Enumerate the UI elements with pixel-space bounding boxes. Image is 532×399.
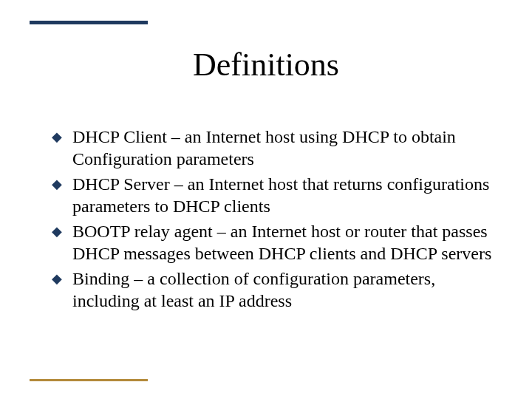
list-item-text: Binding – a collection of configuration …: [72, 267, 495, 312]
diamond-bullet-icon: ◆: [52, 267, 72, 290]
bullet-list: ◆ DHCP Client – an Internet host using D…: [52, 126, 495, 315]
list-item: ◆ DHCP Server – an Internet host that re…: [52, 173, 495, 217]
list-item-text: DHCP Server – an Internet host that retu…: [72, 173, 495, 217]
top-accent-rule: [30, 21, 148, 24]
list-item-text: BOOTP relay agent – an Internet host or …: [72, 220, 495, 265]
list-item: ◆ Binding – a collection of configuratio…: [52, 267, 495, 312]
diamond-bullet-icon: ◆: [52, 220, 72, 242]
list-item-text: DHCP Client – an Internet host using DHC…: [72, 126, 495, 170]
bottom-accent-rule: [30, 379, 148, 381]
slide-title: Definitions: [0, 46, 532, 83]
list-item: ◆ BOOTP relay agent – an Internet host o…: [52, 220, 495, 265]
diamond-bullet-icon: ◆: [52, 126, 72, 148]
list-item: ◆ DHCP Client – an Internet host using D…: [52, 126, 495, 170]
diamond-bullet-icon: ◆: [52, 173, 72, 195]
